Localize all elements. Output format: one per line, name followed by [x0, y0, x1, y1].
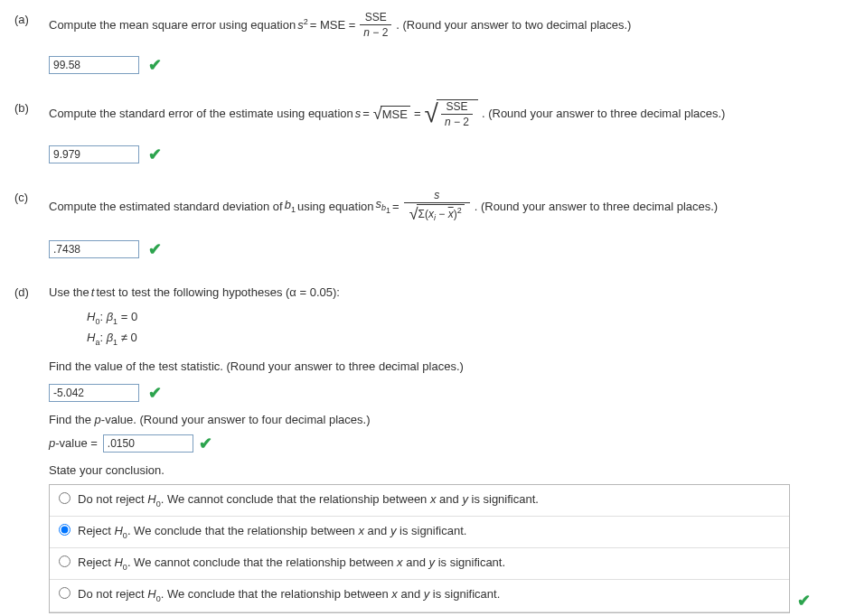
b1: b1: [285, 196, 296, 216]
fraction: SSE n − 2: [441, 100, 473, 129]
test-statistic-input[interactable]: [49, 384, 139, 402]
check-icon: ✔: [148, 146, 162, 163]
part-c-prompt: Compute the estimated standard deviation…: [49, 189, 718, 224]
option-4-label[interactable]: Do not reject H0. We conclude that the r…: [78, 585, 780, 605]
t: t: [91, 284, 95, 302]
sqrt-mse: √ MSE: [373, 106, 410, 123]
sqrt-frac: √ SSE n − 2: [425, 99, 478, 129]
find-pvalue-prompt: Find the p-value. (Round your answer to …: [49, 411, 832, 429]
fraction: s √ Σ(xi − x)2: [404, 189, 470, 224]
var-s: s: [355, 105, 362, 123]
text: . (Round your answer to three decimal pl…: [482, 105, 726, 123]
text: . (Round your answer to three decimal pl…: [475, 198, 719, 216]
part-d-label: (d): [14, 284, 40, 302]
text: . (Round your answer to two decimal plac…: [396, 16, 631, 34]
conclusion-prompt: State your conclusion.: [49, 462, 832, 480]
text: Compute the mean square error using equa…: [49, 16, 296, 34]
pvalue-label: p-value =: [49, 434, 98, 453]
option-1-label[interactable]: Do not reject H0. We cannot conclude tha…: [78, 490, 780, 510]
eq-mid: = MSE =: [310, 16, 356, 34]
part-c-input[interactable]: [49, 240, 139, 258]
under-radical: Σ(xi − x)2: [417, 204, 465, 224]
part-c: (c) Compute the estimated standard devia…: [14, 189, 832, 258]
part-a-prompt: Compute the mean square error using equa…: [49, 11, 631, 40]
hypotheses: H0: β1 = 0 Ha: β1 ≠ 0: [87, 308, 832, 348]
eq: =: [362, 105, 370, 123]
part-b-prompt: Compute the standard error of the estima…: [49, 99, 725, 129]
radio-1[interactable]: [59, 492, 70, 504]
part-d-prompt: Use the t test to test the following hyp…: [49, 284, 340, 302]
part-b: (b) Compute the standard error of the es…: [14, 99, 832, 163]
part-a-label: (a): [14, 11, 40, 29]
option-3-label[interactable]: Reject H0. We cannot conclude that the r…: [78, 554, 780, 574]
h0: H0: β1 = 0: [87, 308, 832, 328]
find-stat-prompt: Find the value of the test statistic. (R…: [49, 358, 832, 376]
eq-lhs: s2: [297, 16, 308, 34]
eq: =: [392, 198, 400, 216]
part-d: (d) Use the t test to test the following…: [14, 284, 832, 613]
eq: =: [414, 105, 421, 123]
part-b-input[interactable]: [49, 145, 139, 163]
numerator: s: [430, 189, 443, 202]
conclusion-option-4[interactable]: Do not reject H0. We conclude that the r…: [50, 580, 789, 611]
check-icon: ✔: [199, 435, 212, 452]
part-c-label: (c): [14, 189, 40, 207]
pvalue-input[interactable]: [103, 434, 193, 453]
radio-4[interactable]: [59, 587, 70, 599]
ha: Ha: β1 ≠ 0: [87, 329, 832, 349]
conclusion-option-3[interactable]: Reject H0. We cannot conclude that the r…: [50, 548, 789, 580]
radio-2[interactable]: [59, 524, 70, 536]
check-icon: ✔: [148, 57, 162, 73]
check-icon: ✔: [797, 593, 811, 609]
check-icon: ✔: [148, 241, 162, 257]
part-a-input[interactable]: [49, 56, 139, 74]
fraction: SSE n − 2: [360, 11, 391, 40]
text: using equation: [297, 198, 374, 216]
text: Use the: [49, 284, 89, 302]
sb1: sb1: [376, 195, 391, 218]
radio-3[interactable]: [59, 555, 70, 567]
under-radical: SSE n − 2: [437, 99, 478, 129]
text: Compute the estimated standard deviation…: [49, 198, 283, 216]
numerator: SSE: [442, 100, 471, 114]
under-radical: MSE: [381, 106, 410, 123]
denominator: √ Σ(xi − x)2: [404, 202, 470, 224]
check-icon: ✔: [148, 385, 162, 401]
option-2-label[interactable]: Reject H0. We conclude that the relation…: [78, 522, 780, 542]
denominator: n − 2: [441, 114, 473, 128]
conclusion-option-1[interactable]: Do not reject H0. We cannot conclude tha…: [50, 485, 789, 517]
conclusion-option-2[interactable]: Reject H0. We conclude that the relation…: [50, 517, 789, 548]
denominator: n − 2: [360, 24, 391, 39]
numerator: SSE: [362, 11, 390, 24]
text: test to test the following hypotheses (α…: [96, 284, 339, 302]
part-a: (a) Compute the mean square error using …: [14, 11, 832, 74]
conclusion-radio-group: Do not reject H0. We cannot conclude tha…: [49, 484, 790, 612]
text: Compute the standard error of the estima…: [49, 105, 353, 123]
part-b-label: (b): [14, 99, 40, 117]
